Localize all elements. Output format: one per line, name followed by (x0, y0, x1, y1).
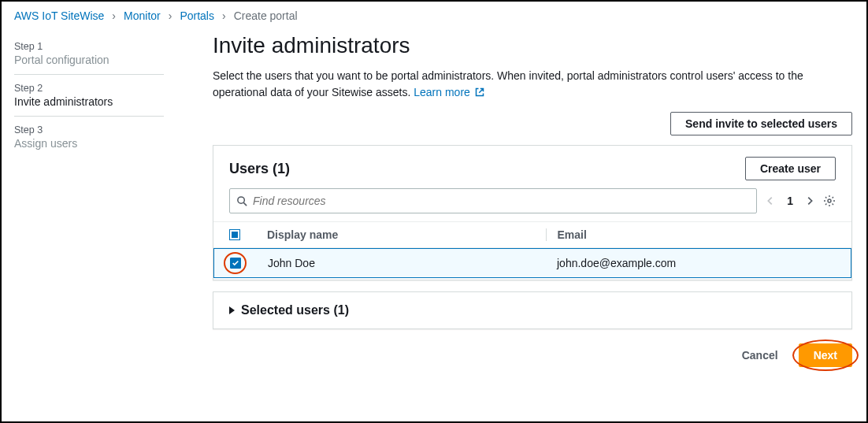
breadcrumb-service[interactable]: AWS IoT SiteWise (14, 9, 104, 22)
step-2[interactable]: Step 2 Invite administrators (14, 75, 164, 117)
breadcrumb: AWS IoT SiteWise › Monitor › Portals › C… (2, 2, 866, 27)
step-3-num: Step 3 (14, 124, 164, 135)
users-panel-title: Users (1) (229, 161, 290, 177)
check-icon (232, 259, 239, 267)
step-3-title: Assign users (14, 137, 164, 150)
footer-actions: Cancel Next (213, 340, 852, 375)
select-all-checkbox[interactable] (229, 229, 240, 240)
chevron-right-icon: › (169, 9, 172, 22)
caret-right-icon (229, 306, 235, 314)
search-input-wrap[interactable] (229, 188, 757, 213)
users-panel: Users (1) Create user 1 (213, 145, 852, 280)
selected-users-panel: Selected users (1) (213, 291, 852, 329)
breadcrumb-portals[interactable]: Portals (180, 9, 214, 22)
row-email: john.doe@example.com (546, 257, 835, 269)
gear-icon[interactable] (823, 195, 836, 207)
search-input[interactable] (253, 195, 750, 207)
users-table: Display name Email John Doe john.doe@exa… (213, 221, 851, 278)
breadcrumb-monitor[interactable]: Monitor (124, 9, 161, 22)
selected-users-expander[interactable]: Selected users (1) (229, 303, 836, 317)
selected-count: (1) (333, 303, 349, 317)
send-invite-button[interactable]: Send invite to selected users (670, 112, 852, 135)
cancel-button[interactable]: Cancel (733, 344, 788, 366)
chevron-right-icon: › (222, 9, 226, 22)
step-3[interactable]: Step 3 Assign users (14, 117, 164, 158)
external-link-icon (475, 85, 484, 95)
breadcrumb-current: Create portal (234, 9, 298, 22)
create-user-button[interactable]: Create user (745, 157, 836, 180)
svg-point-2 (828, 199, 831, 202)
desc-text: Select the users that you want to be por… (213, 69, 803, 98)
page-title: Invite administrators (213, 33, 852, 58)
selected-users-title: Selected users (1) (241, 303, 349, 317)
table-row[interactable]: John Doe john.doe@example.com (213, 248, 851, 278)
learn-more-text: Learn more (414, 86, 470, 98)
next-button[interactable]: Next (799, 343, 852, 367)
step-1-num: Step 1 (14, 41, 164, 52)
paginator: 1 (765, 195, 815, 207)
page-number: 1 (787, 195, 793, 207)
row-display-name: John Doe (262, 257, 546, 269)
users-count: (1) (273, 161, 290, 176)
svg-point-0 (238, 196, 244, 202)
step-2-title: Invite administrators (14, 95, 164, 108)
prev-page-icon[interactable] (765, 195, 776, 206)
chevron-right-icon: › (112, 9, 116, 22)
table-header: Display name Email (213, 221, 851, 248)
selected-title-text: Selected users (241, 303, 330, 317)
search-icon (236, 195, 248, 207)
step-1[interactable]: Step 1 Portal configuration (14, 33, 164, 75)
users-title-text: Users (229, 161, 269, 176)
page-description: Select the users that you want to be por… (213, 68, 852, 101)
header-email[interactable]: Email (546, 228, 836, 241)
svg-line-1 (243, 202, 247, 206)
main-content: Invite administrators Select the users t… (183, 27, 866, 418)
row-checkbox[interactable] (230, 258, 241, 269)
learn-more-link[interactable]: Learn more (414, 86, 484, 98)
next-page-icon[interactable] (804, 195, 815, 206)
wizard-sidebar: Step 1 Portal configuration Step 2 Invit… (2, 27, 183, 418)
step-1-title: Portal configuration (14, 54, 164, 66)
header-display-name[interactable]: Display name (261, 228, 546, 241)
step-2-num: Step 2 (14, 83, 164, 94)
